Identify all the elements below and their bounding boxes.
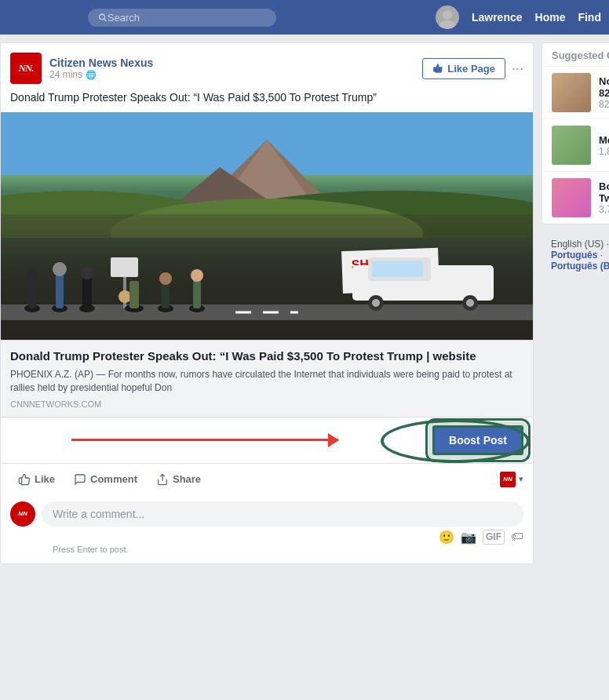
globe-icon: 🌐 <box>86 70 97 80</box>
sidebar-item-info-2: Boston Tweens... 3,790 m... <box>599 180 609 215</box>
top-navigation: Lawrence Home Find <box>0 0 609 35</box>
svg-rect-14 <box>56 273 64 308</box>
user-avatar-icon <box>436 5 459 29</box>
emoji-button[interactable]: 🙂 <box>439 530 454 545</box>
comment-icons: 🙂 📷 GIF 🏷 <box>42 530 523 545</box>
like-page-label: Like Page <box>447 63 495 75</box>
comment-button[interactable]: Comment <box>66 468 145 490</box>
commenter-avatar: NN <box>10 501 35 527</box>
photo-button[interactable]: 📷 <box>461 530 476 545</box>
lang-link-2[interactable]: Português (Brasil) <box>551 261 609 272</box>
more-options-button[interactable]: ··· <box>512 60 523 77</box>
sidebar-item-name-0: Nothin 821 <box>599 75 609 99</box>
post-header-actions: Like Page ··· <box>422 58 523 79</box>
user-name[interactable]: Lawrence <box>472 11 523 24</box>
svg-point-21 <box>119 290 131 303</box>
boost-post-button[interactable]: Boost Post <box>432 425 523 455</box>
boost-section: Boost Post <box>1 417 533 463</box>
svg-rect-11 <box>28 281 36 308</box>
svg-point-26 <box>159 272 172 285</box>
post-action-bar: Like Comment Share <box>1 463 533 495</box>
page-tag-logo: NN <box>500 472 516 487</box>
comment-icon <box>74 473 86 486</box>
svg-point-29 <box>191 269 203 282</box>
svg-rect-25 <box>162 283 170 308</box>
svg-point-33 <box>372 299 380 307</box>
boost-arrow <box>71 439 338 441</box>
sidebar-thumb-0 <box>552 73 591 112</box>
share-button[interactable]: Share <box>148 468 209 490</box>
comment-input-wrapper: 🙂 📷 GIF 🏷 Press Enter to post. <box>42 501 523 554</box>
svg-point-0 <box>443 10 452 20</box>
suggested-groups: Suggested Groups Nothin 821 821 me... Me… <box>542 42 609 224</box>
svg-point-12 <box>26 271 38 283</box>
sidebar-thumb-2 <box>552 178 591 217</box>
svg-point-35 <box>466 299 474 307</box>
svg-rect-19 <box>111 257 138 277</box>
post-header: NN. Citizen News Nexus 24 mins 🌐 Like Pa… <box>1 43 533 90</box>
article-source: CNNNETWORKS.COM <box>10 399 523 409</box>
page-info: Citizen News Nexus 24 mins 🌐 <box>49 57 422 80</box>
sidebar-item-name-1: Medfor... <box>599 134 609 146</box>
share-icon <box>156 473 169 486</box>
sidebar: Suggested Groups Nothin 821 821 me... Me… <box>542 42 609 572</box>
sidebar-item-2[interactable]: Boston Tweens... 3,790 m... <box>542 171 609 224</box>
article-preview: Donald Trump Protester Speaks Out: “I Wa… <box>1 340 533 417</box>
avatar[interactable] <box>436 5 459 29</box>
lang-link-1[interactable]: Português <box>551 250 597 261</box>
search-input[interactable] <box>108 12 267 24</box>
svg-rect-28 <box>193 279 201 308</box>
action-buttons: Like Comment Share <box>10 468 209 490</box>
article-image: SHUT DOWN TRUMP <box>1 112 533 340</box>
tag-dropdown[interactable]: ▾ <box>519 474 523 484</box>
like-label: Like <box>35 473 55 485</box>
search-icon <box>97 12 108 23</box>
sticker-button[interactable]: 🏷 <box>511 530 523 545</box>
svg-rect-36 <box>372 261 423 277</box>
gif-button[interactable]: GIF <box>483 530 505 545</box>
home-nav-link[interactable]: Home <box>535 11 566 24</box>
page-logo-text: NN. <box>18 62 33 75</box>
find-nav-link[interactable]: Find <box>578 11 601 24</box>
post-text: Donald Trump Protester Speaks Out: “I Wa… <box>1 90 533 112</box>
comment-box: NN 🙂 📷 GIF 🏷 Press Enter to post. <box>1 495 533 563</box>
image-bg: SHUT DOWN TRUMP <box>1 112 533 340</box>
sidebar-item-info-0: Nothin 821 821 me... <box>599 75 609 110</box>
feed: NN. Citizen News Nexus 24 mins 🌐 Like Pa… <box>0 42 534 572</box>
like-icon <box>18 473 31 486</box>
sidebar-item-name-2: Boston Tweens... <box>599 180 609 204</box>
comment-label: Comment <box>90 473 137 485</box>
lang-text1: English (US) · <box>551 239 609 250</box>
svg-rect-17 <box>82 277 92 308</box>
time-ago: 24 mins <box>49 69 82 80</box>
svg-rect-23 <box>129 281 139 308</box>
thumbs-up-icon <box>432 63 443 74</box>
post-card: NN. Citizen News Nexus 24 mins 🌐 Like Pa… <box>0 42 534 564</box>
language-bar: English (US) · Português · Português (Br… <box>542 232 609 278</box>
sidebar-item-0[interactable]: Nothin 821 821 me... <box>542 66 609 118</box>
svg-point-1 <box>439 20 456 29</box>
svg-point-18 <box>81 267 93 279</box>
main-layout: NN. Citizen News Nexus 24 mins 🌐 Like Pa… <box>0 35 609 580</box>
article-title[interactable]: Donald Trump Protester Speaks Out: “I Wa… <box>10 348 523 364</box>
arrow-line <box>71 439 338 441</box>
like-button[interactable]: Like <box>10 468 63 490</box>
page-name[interactable]: Citizen News Nexus <box>49 57 422 69</box>
search-bar[interactable] <box>88 9 276 27</box>
svg-point-15 <box>53 262 67 276</box>
sidebar-title: Suggested Groups <box>542 43 609 66</box>
press-enter-hint: Press Enter to post. <box>42 545 523 554</box>
comment-input[interactable] <box>42 501 523 527</box>
share-label: Share <box>173 473 201 485</box>
post-meta: 24 mins 🌐 <box>49 69 422 80</box>
crowd-svg <box>16 234 252 312</box>
sidebar-item-members-1: 1,803 m... <box>599 146 609 157</box>
like-page-button[interactable]: Like Page <box>422 58 505 79</box>
sidebar-item-members-2: 3,790 m... <box>599 204 609 215</box>
sidebar-item-1[interactable]: Medfor... 1,803 m... <box>542 118 609 171</box>
truck-svg <box>345 250 501 312</box>
page-logo[interactable]: NN. <box>10 53 42 84</box>
lang-separator: · <box>600 250 603 261</box>
sidebar-thumb-1 <box>552 126 591 165</box>
nav-right: Lawrence Home Find <box>436 5 601 29</box>
